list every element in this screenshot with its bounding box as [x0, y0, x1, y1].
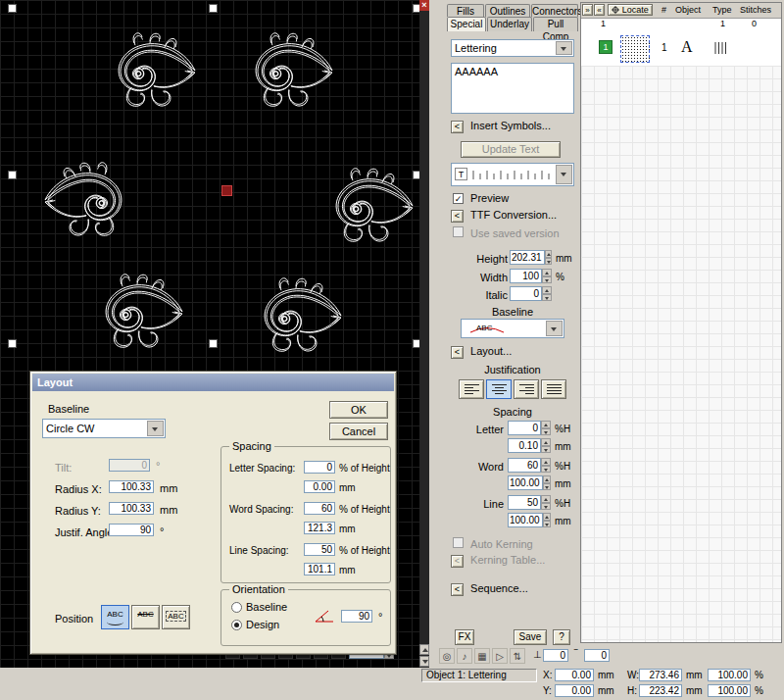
orientation-angle-input[interactable]: 90 [341, 610, 372, 623]
h-field[interactable]: 223.42 [639, 684, 682, 697]
justify-left-button[interactable] [459, 379, 484, 399]
letter-spacing-spinner[interactable] [541, 421, 551, 435]
orientation-design-radio[interactable] [231, 620, 242, 630]
column-type[interactable]: Type [712, 5, 732, 15]
selection-handle[interactable] [8, 339, 17, 348]
dlg-word-pct-input[interactable]: 60 [304, 502, 335, 515]
cancel-button[interactable]: Cancel [329, 423, 388, 440]
tab-outlines[interactable]: Outlines [485, 4, 530, 17]
radius-y-input[interactable]: 100.33 [109, 502, 154, 515]
italic-value[interactable]: 0 [510, 286, 542, 301]
chevron-down-icon[interactable] [546, 321, 563, 336]
height-value[interactable]: 202.31 [510, 250, 545, 265]
chevron-left-icon[interactable]: < [451, 121, 464, 133]
letter-spacing-pct-value[interactable]: 0 [508, 421, 541, 435]
selection-handle[interactable] [8, 171, 17, 179]
width-value[interactable]: 100 [510, 269, 542, 283]
object-thumbnail[interactable] [620, 35, 650, 63]
sequence-label[interactable]: Sequence... [470, 582, 528, 594]
word-spacing-mm-value[interactable]: 100.00 [508, 475, 543, 490]
layout-button-label[interactable]: Layout... [470, 345, 512, 357]
radius-x-input[interactable]: 100.33 [109, 480, 154, 493]
spinner-up-icon[interactable] [542, 286, 552, 294]
design-center-marker[interactable] [221, 185, 232, 196]
letter-spacing-mm-input[interactable]: 0.10 [508, 438, 551, 453]
justif-angle-input[interactable]: 90 [109, 524, 154, 536]
spinner-down-icon[interactable] [541, 428, 551, 436]
dlg-letter-pct-input[interactable]: 0 [304, 461, 335, 474]
chevron-left-icon[interactable]: < [451, 210, 464, 223]
position-baseline-below-button[interactable]: ABC [101, 605, 129, 629]
tab-connectors[interactable]: Connectors [531, 4, 578, 17]
spinner-down-icon[interactable] [541, 466, 551, 474]
scroll-down-icon[interactable] [419, 656, 429, 667]
width-input[interactable]: 100 [510, 269, 552, 283]
spinner-down-icon[interactable] [541, 503, 551, 511]
spinner-up-icon[interactable] [541, 421, 551, 428]
tab-fills[interactable]: Fills [447, 4, 484, 17]
sound-icon[interactable]: ♪ [457, 648, 472, 664]
canvas-scrollbar[interactable]: × [419, 0, 429, 668]
locate-button[interactable]: Locate [608, 4, 653, 16]
stitch-length-field[interactable]: 0 [584, 649, 610, 662]
preview-checkbox[interactable]: ✓ [453, 193, 464, 204]
line-spacing-mm-input[interactable]: 100.00 [508, 513, 551, 527]
word-spacing-mm-input[interactable]: 100.00 [508, 475, 551, 490]
grid-icon[interactable]: ▦ [474, 648, 490, 664]
spinner-up-icon[interactable] [542, 269, 552, 276]
column-hash[interactable]: # [662, 5, 666, 15]
spinner-down-icon[interactable] [543, 521, 551, 528]
dialog-titlebar[interactable]: Layout [32, 374, 394, 391]
line-spacing-pct-input[interactable]: 50 [508, 495, 551, 510]
dlg-word-mm-input[interactable]: 121.3 [304, 522, 335, 534]
justify-full-button[interactable] [541, 379, 566, 399]
spinner-up-icon[interactable] [543, 475, 551, 483]
orientation-baseline-radio[interactable] [231, 602, 242, 613]
line-spacing-pct-value[interactable]: 50 [508, 495, 541, 510]
spinner-up-icon[interactable] [541, 495, 551, 503]
tab-special[interactable]: Special [447, 17, 486, 31]
ok-button[interactable]: OK [329, 401, 388, 419]
italic-spinner[interactable] [542, 286, 552, 301]
mode-select[interactable]: Lettering [451, 39, 574, 57]
line-spacing-spinner[interactable] [541, 495, 551, 510]
spinner-down-icon[interactable] [542, 276, 552, 284]
chevron-down-icon[interactable] [556, 41, 572, 55]
chevron-left-icon[interactable]: < [451, 583, 464, 596]
fx-button[interactable]: FX [455, 629, 474, 645]
selection-handle[interactable] [209, 4, 218, 13]
collapse-right-icon[interactable]: » [582, 4, 593, 16]
chevron-left-icon[interactable]: < [451, 346, 464, 359]
chevron-down-icon[interactable] [556, 165, 572, 184]
spinner-up-icon[interactable] [545, 250, 552, 258]
position-baseline-dashed-button[interactable]: ABC [162, 605, 190, 629]
italic-input[interactable]: 0 [510, 286, 552, 301]
column-stitches[interactable]: Stitches [740, 5, 771, 15]
word-spacing-pct-input[interactable]: 60 [508, 458, 551, 473]
tab-underlay[interactable]: Underlay [487, 17, 532, 31]
spinner-down-icon[interactable] [541, 446, 551, 454]
x-field[interactable]: 0.00 [555, 669, 594, 681]
insert-symbols-label[interactable]: Insert Symbols... [470, 120, 551, 131]
orientation-design-label[interactable]: Design [246, 619, 279, 630]
justify-right-button[interactable] [514, 379, 539, 399]
position-baseline-middle-button[interactable]: ABC [131, 605, 160, 629]
scroll-up-icon[interactable] [419, 644, 429, 655]
column-object[interactable]: Object [675, 5, 701, 15]
spinner-up-icon[interactable] [541, 438, 551, 446]
tab-pull-comp[interactable]: Pull Comp [533, 17, 578, 31]
dlg-line-pct-input[interactable]: 50 [304, 543, 335, 556]
height-input[interactable]: 202.31 [510, 250, 552, 265]
save-button[interactable]: Save [514, 629, 547, 645]
help-button[interactable]: ? [553, 629, 570, 645]
layout-row[interactable]: < Layout... [451, 345, 512, 359]
swap-arrows-icon[interactable]: ⇅ [510, 648, 525, 664]
collapse-left-icon[interactable]: « [594, 4, 605, 16]
selection-handle[interactable] [8, 4, 17, 13]
line-spacing-mm-spinner[interactable] [543, 513, 551, 527]
baseline-type-select[interactable]: Circle CW [42, 419, 166, 438]
letter-spacing-mm-spinner[interactable] [541, 438, 551, 453]
y-field[interactable]: 0.00 [555, 684, 594, 697]
word-spacing-spinner[interactable] [541, 458, 551, 473]
insert-symbols-row[interactable]: < Insert Symbols... [451, 120, 551, 133]
